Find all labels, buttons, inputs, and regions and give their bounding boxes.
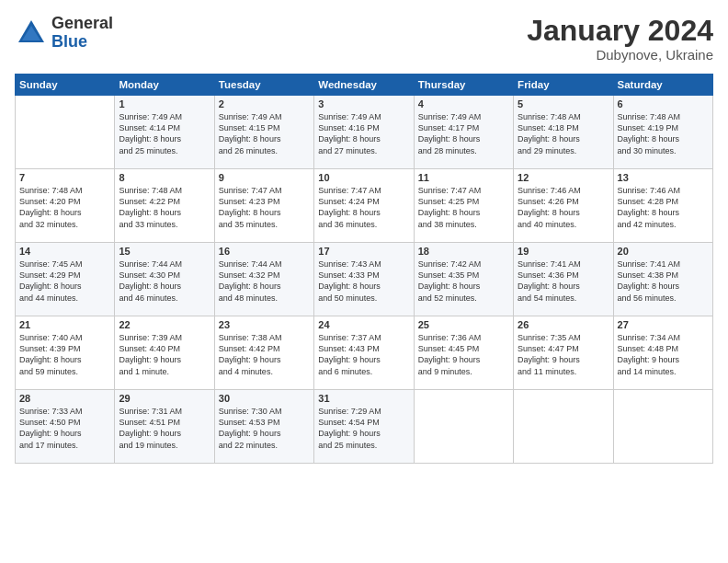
calendar-cell: 19Sunrise: 7:41 AM Sunset: 4:36 PM Dayli… [514,243,613,316]
calendar-cell: 25Sunrise: 7:36 AM Sunset: 4:45 PM Dayli… [414,316,513,390]
day-info: Sunrise: 7:48 AM Sunset: 4:19 PM Dayligh… [618,111,709,156]
header: General Blue January 2024 Dubynove, Ukra… [15,15,713,63]
calendar-cell [414,390,513,464]
calendar-cell: 4Sunrise: 7:49 AM Sunset: 4:17 PM Daylig… [414,96,513,169]
day-info: Sunrise: 7:49 AM Sunset: 4:16 PM Dayligh… [318,111,409,156]
calendar-cell: 9Sunrise: 7:47 AM Sunset: 4:23 PM Daylig… [214,169,313,243]
calendar-cell: 16Sunrise: 7:44 AM Sunset: 4:32 PM Dayli… [214,243,313,316]
day-number: 17 [318,246,409,257]
day-number: 27 [618,319,709,330]
header-row: SundayMondayTuesdayWednesdayThursdayFrid… [16,75,713,96]
calendar-cell: 28Sunrise: 7:33 AM Sunset: 4:50 PM Dayli… [16,390,115,464]
calendar-cell [514,390,613,464]
day-number: 26 [518,319,609,330]
day-number: 29 [119,393,210,404]
logo: General Blue [15,15,113,52]
day-info: Sunrise: 7:48 AM Sunset: 4:18 PM Dayligh… [518,111,609,156]
day-info: Sunrise: 7:45 AM Sunset: 4:29 PM Dayligh… [19,259,110,304]
weekday-header: Sunday [16,75,115,96]
calendar-cell: 26Sunrise: 7:35 AM Sunset: 4:47 PM Dayli… [514,316,613,390]
day-info: Sunrise: 7:38 AM Sunset: 4:42 PM Dayligh… [219,332,310,377]
calendar-cell: 2Sunrise: 7:49 AM Sunset: 4:15 PM Daylig… [214,96,313,169]
weekday-header: Friday [514,75,613,96]
calendar-cell: 20Sunrise: 7:41 AM Sunset: 4:38 PM Dayli… [613,243,712,316]
calendar-cell: 22Sunrise: 7:39 AM Sunset: 4:40 PM Dayli… [115,316,214,390]
location: Dubynove, Ukraine [527,47,713,63]
day-number: 2 [219,98,310,109]
calendar-cell: 21Sunrise: 7:40 AM Sunset: 4:39 PM Dayli… [16,316,115,390]
calendar-cell: 11Sunrise: 7:47 AM Sunset: 4:25 PM Dayli… [414,169,513,243]
page-container: General Blue January 2024 Dubynove, Ukra… [0,0,728,471]
day-number: 12 [518,172,609,183]
calendar-cell: 3Sunrise: 7:49 AM Sunset: 4:16 PM Daylig… [314,96,414,169]
day-info: Sunrise: 7:49 AM Sunset: 4:17 PM Dayligh… [418,111,509,156]
calendar-cell: 23Sunrise: 7:38 AM Sunset: 4:42 PM Dayli… [214,316,313,390]
day-info: Sunrise: 7:42 AM Sunset: 4:35 PM Dayligh… [418,259,509,304]
day-info: Sunrise: 7:30 AM Sunset: 4:53 PM Dayligh… [219,406,310,451]
day-info: Sunrise: 7:35 AM Sunset: 4:47 PM Dayligh… [518,332,609,377]
day-number: 7 [19,172,110,183]
day-number: 16 [219,246,310,257]
calendar-week-row: 21Sunrise: 7:40 AM Sunset: 4:39 PM Dayli… [16,316,713,390]
day-info: Sunrise: 7:31 AM Sunset: 4:51 PM Dayligh… [119,406,210,451]
calendar-cell: 12Sunrise: 7:46 AM Sunset: 4:26 PM Dayli… [514,169,613,243]
day-info: Sunrise: 7:47 AM Sunset: 4:25 PM Dayligh… [418,185,509,230]
calendar-cell [613,390,712,464]
logo-icon [15,17,48,50]
calendar-week-row: 1Sunrise: 7:49 AM Sunset: 4:14 PM Daylig… [16,96,713,169]
day-number: 24 [318,319,409,330]
day-info: Sunrise: 7:37 AM Sunset: 4:43 PM Dayligh… [318,332,409,377]
day-info: Sunrise: 7:40 AM Sunset: 4:39 PM Dayligh… [19,332,110,377]
day-info: Sunrise: 7:49 AM Sunset: 4:14 PM Dayligh… [119,111,210,156]
day-info: Sunrise: 7:46 AM Sunset: 4:28 PM Dayligh… [618,185,709,230]
day-number: 23 [219,319,310,330]
day-info: Sunrise: 7:33 AM Sunset: 4:50 PM Dayligh… [19,406,110,451]
title-area: January 2024 Dubynove, Ukraine [527,15,713,63]
calendar-table: SundayMondayTuesdayWednesdayThursdayFrid… [15,74,713,464]
calendar-cell: 8Sunrise: 7:48 AM Sunset: 4:22 PM Daylig… [115,169,214,243]
day-info: Sunrise: 7:41 AM Sunset: 4:36 PM Dayligh… [518,259,609,304]
day-number: 30 [219,393,310,404]
weekday-header: Monday [115,75,214,96]
day-info: Sunrise: 7:39 AM Sunset: 4:40 PM Dayligh… [119,332,210,377]
day-info: Sunrise: 7:44 AM Sunset: 4:32 PM Dayligh… [219,259,310,304]
day-number: 15 [119,246,210,257]
day-number: 8 [119,172,210,183]
day-info: Sunrise: 7:41 AM Sunset: 4:38 PM Dayligh… [618,259,709,304]
day-number: 25 [418,319,509,330]
day-number: 31 [318,393,409,404]
calendar-cell [16,96,115,169]
month-title: January 2024 [527,15,713,47]
day-info: Sunrise: 7:46 AM Sunset: 4:26 PM Dayligh… [518,185,609,230]
calendar-cell: 30Sunrise: 7:30 AM Sunset: 4:53 PM Dayli… [214,390,313,464]
weekday-header: Saturday [613,75,712,96]
day-number: 6 [618,98,709,109]
day-number: 5 [518,98,609,109]
calendar-cell: 27Sunrise: 7:34 AM Sunset: 4:48 PM Dayli… [613,316,712,390]
day-number: 18 [418,246,509,257]
calendar-week-row: 14Sunrise: 7:45 AM Sunset: 4:29 PM Dayli… [16,243,713,316]
calendar-cell: 14Sunrise: 7:45 AM Sunset: 4:29 PM Dayli… [16,243,115,316]
calendar-cell: 6Sunrise: 7:48 AM Sunset: 4:19 PM Daylig… [613,96,712,169]
day-info: Sunrise: 7:47 AM Sunset: 4:24 PM Dayligh… [318,185,409,230]
day-number: 9 [219,172,310,183]
day-number: 19 [518,246,609,257]
calendar-cell: 5Sunrise: 7:48 AM Sunset: 4:18 PM Daylig… [514,96,613,169]
day-number: 14 [19,246,110,257]
calendar-cell: 17Sunrise: 7:43 AM Sunset: 4:33 PM Dayli… [314,243,414,316]
calendar-cell: 24Sunrise: 7:37 AM Sunset: 4:43 PM Dayli… [314,316,414,390]
calendar-cell: 29Sunrise: 7:31 AM Sunset: 4:51 PM Dayli… [115,390,214,464]
day-number: 10 [318,172,409,183]
day-number: 13 [618,172,709,183]
day-number: 28 [19,393,110,404]
calendar-cell: 1Sunrise: 7:49 AM Sunset: 4:14 PM Daylig… [115,96,214,169]
calendar-week-row: 7Sunrise: 7:48 AM Sunset: 4:20 PM Daylig… [16,169,713,243]
day-info: Sunrise: 7:43 AM Sunset: 4:33 PM Dayligh… [318,259,409,304]
calendar-cell: 10Sunrise: 7:47 AM Sunset: 4:24 PM Dayli… [314,169,414,243]
calendar-cell: 18Sunrise: 7:42 AM Sunset: 4:35 PM Dayli… [414,243,513,316]
day-number: 1 [119,98,210,109]
weekday-header: Wednesday [314,75,414,96]
day-info: Sunrise: 7:47 AM Sunset: 4:23 PM Dayligh… [219,185,310,230]
day-info: Sunrise: 7:44 AM Sunset: 4:30 PM Dayligh… [119,259,210,304]
day-info: Sunrise: 7:48 AM Sunset: 4:20 PM Dayligh… [19,185,110,230]
